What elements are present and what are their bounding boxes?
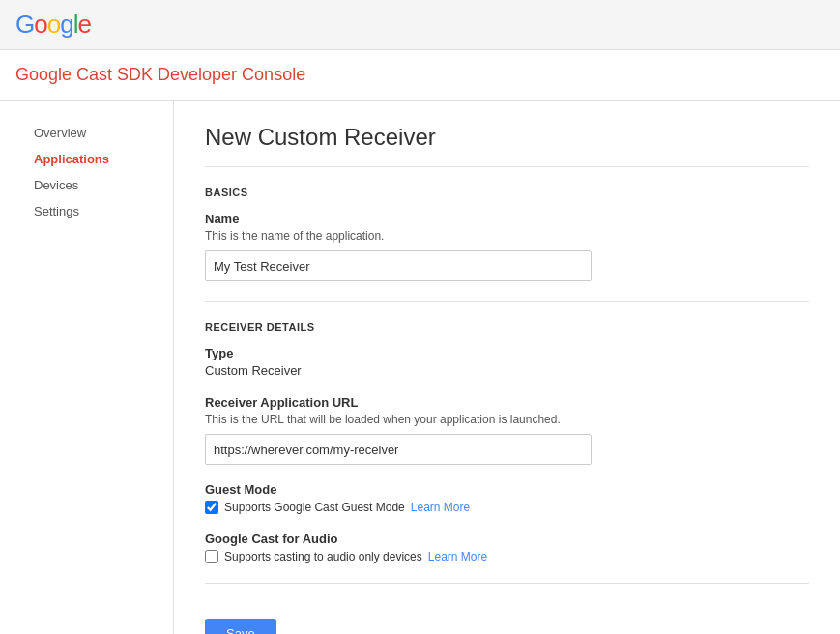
logo-letter-e: e xyxy=(77,10,90,40)
name-field-description: This is the name of the application. xyxy=(205,229,809,243)
layout: Overview Applications Devices Settings N… xyxy=(0,101,840,634)
type-field-label: Type xyxy=(205,346,809,360)
logo-letter-o2: o xyxy=(47,10,60,40)
logo-letter-g: G xyxy=(15,10,34,40)
guest-mode-label: Guest Mode xyxy=(205,482,809,497)
google-logo: Google xyxy=(15,10,91,40)
receiver-details-section: RECEIVER DETAILS Type Custom Receiver Re… xyxy=(205,321,809,563)
type-field-value: Custom Receiver xyxy=(205,363,809,378)
receiver-details-header: RECEIVER DETAILS xyxy=(205,321,809,332)
main-content: New Custom Receiver BASICS Name This is … xyxy=(174,101,840,634)
logo-letter-o1: o xyxy=(34,10,46,40)
audio-casting-checkbox[interactable] xyxy=(205,550,218,563)
audio-casting-group: Google Cast for Audio Supports casting t… xyxy=(205,532,809,563)
sidebar-item-applications[interactable]: Applications xyxy=(0,146,173,172)
name-input[interactable] xyxy=(205,250,592,281)
type-field-group: Type Custom Receiver xyxy=(205,346,809,378)
guest-mode-group: Guest Mode Supports Google Cast Guest Mo… xyxy=(205,482,809,514)
guest-mode-checkbox-row: Supports Google Cast Guest Mode Learn Mo… xyxy=(205,501,809,514)
sidebar-item-settings[interactable]: Settings xyxy=(0,198,173,224)
console-title: Google Cast SDK Developer Console xyxy=(15,65,305,85)
basics-section-header: BASICS xyxy=(205,187,809,198)
name-field-label: Name xyxy=(205,212,809,226)
audio-casting-learn-more[interactable]: Learn More xyxy=(428,550,487,563)
audio-casting-label: Google Cast for Audio xyxy=(205,532,809,546)
name-field-group: Name This is the name of the application… xyxy=(205,212,809,281)
save-button[interactable]: Save xyxy=(205,619,276,634)
audio-casting-checkbox-row: Supports casting to audio only devices L… xyxy=(205,550,809,563)
url-field-label: Receiver Application URL xyxy=(205,395,809,410)
topbar: Google xyxy=(0,0,840,50)
sidebar-item-overview[interactable]: Overview xyxy=(0,120,173,146)
section-divider-1 xyxy=(205,301,809,302)
section-divider-2 xyxy=(205,583,809,584)
url-input[interactable] xyxy=(205,434,592,465)
guest-mode-checkbox-label: Supports Google Cast Guest Mode xyxy=(224,501,405,514)
audio-casting-checkbox-label: Supports casting to audio only devices xyxy=(224,550,422,563)
page-title: New Custom Receiver xyxy=(205,124,809,167)
guest-mode-learn-more[interactable]: Learn More xyxy=(411,501,470,514)
url-field-group: Receiver Application URL This is the URL… xyxy=(205,395,809,465)
url-field-description: This is the URL that will be loaded when… xyxy=(205,413,809,426)
sidebar: Overview Applications Devices Settings xyxy=(0,101,174,634)
logo-letter-g2: g xyxy=(60,10,72,40)
guest-mode-checkbox[interactable] xyxy=(205,501,218,514)
sidebar-item-devices[interactable]: Devices xyxy=(0,172,173,198)
console-header: Google Cast SDK Developer Console xyxy=(0,50,840,101)
